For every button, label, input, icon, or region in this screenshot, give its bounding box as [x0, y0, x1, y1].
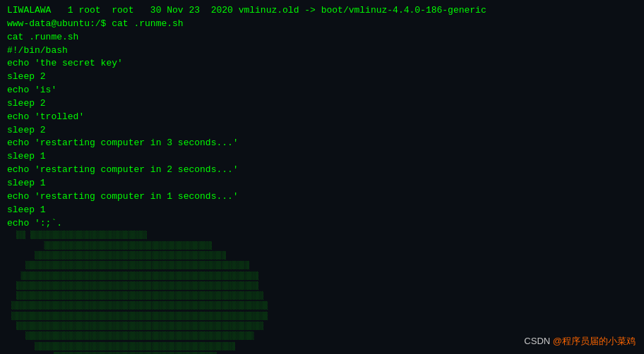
- watermark-label: CSDN @程序员届的小菜鸡: [524, 335, 636, 348]
- terminal-line-4: echo 'the secret key': [7, 57, 637, 71]
- terminal-line-11: sleep 1: [7, 150, 637, 164]
- terminal-line-5: sleep 2: [7, 71, 637, 84]
- terminal-line-9: sleep 2: [7, 124, 637, 138]
- terminal-line-14: echo 'restarting computer in 1 seconds..…: [7, 190, 637, 204]
- terminal-window: LIWALAWA 1 root root 30 Nov 23 2020 vmli…: [0, 0, 644, 354]
- terminal-line-2: cat .runme.sh: [7, 31, 637, 44]
- terminal-line-6: echo 'is': [7, 84, 637, 97]
- terminal-line-1: www-data@ubuntu:/$ cat .runme.sh: [7, 18, 637, 31]
- watermark-handle: @程序员届的小菜鸡: [553, 336, 636, 346]
- terminal-line-15: sleep 1: [7, 204, 637, 217]
- terminal-line-0: LIWALAWA 1 root root 30 Nov 23 2020 vmli…: [7, 4, 637, 18]
- terminal-line-16: echo ':;`.: [7, 217, 637, 231]
- terminal-line-7: sleep 2: [7, 97, 637, 111]
- terminal-line-3: #!/bin/bash: [7, 44, 637, 58]
- terminal-line-12: echo 'restarting computer in 2 seconds..…: [7, 164, 637, 177]
- terminal-line-10: echo 'restarting computer in 3 seconds..…: [7, 137, 637, 150]
- terminal-line-8: echo 'trolled': [7, 111, 637, 124]
- terminal-line-13: sleep 1: [7, 177, 637, 190]
